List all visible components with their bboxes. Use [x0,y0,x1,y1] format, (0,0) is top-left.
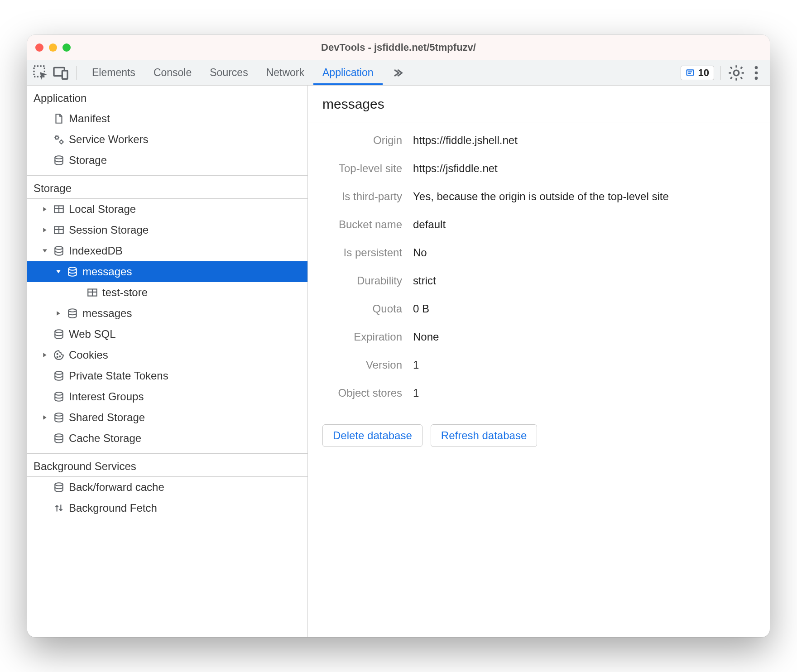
titlebar: DevTools - jsfiddle.net/5tmpfuzv/ [27,35,770,60]
db-icon [66,265,79,278]
db-icon [53,432,65,445]
kebab-menu-icon[interactable] [747,64,765,82]
detail-properties: Originhttps://fiddle.jshell.netTop-level… [308,123,770,415]
sidebar-section-application: Application [27,86,307,108]
table-icon [86,286,99,299]
svg-point-24 [55,434,62,437]
more-tabs-button[interactable] [384,67,410,79]
tree-item-label: Shared Storage [69,411,145,424]
tree-item-label: Manifest [69,112,110,125]
property-value: None [413,331,755,343]
table-icon [53,224,65,236]
tree-item-indexeddb[interactable]: IndexedDB [27,240,307,261]
tree-item-shared-storage[interactable]: Shared Storage [27,407,307,428]
property-key: Expiration [322,331,413,343]
property-key: Top-level site [322,162,413,175]
inspect-element-icon[interactable] [32,64,50,82]
property-key: Quota [322,302,413,315]
tree-item-local-storage[interactable]: Local Storage [27,199,307,220]
tree-item-cache-storage[interactable]: Cache Storage [27,428,307,449]
property-value: https://jsfiddle.net [413,162,755,175]
svg-point-23 [55,413,62,416]
settings-icon[interactable] [727,64,745,82]
device-toolbar-icon[interactable] [52,64,70,82]
property-value: 1 [413,387,755,399]
tree-background: Back/forward cacheBackground Fetch [27,477,307,523]
tree-item-test-store[interactable]: test-store [27,282,307,303]
issues-badge[interactable]: 10 [681,66,714,80]
maximize-window-button[interactable] [62,43,71,52]
property-key: Origin [322,134,413,147]
disclosure-icon [41,206,49,212]
tree-item-back-forward-cache[interactable]: Back/forward cache [27,477,307,498]
tree-item-storage[interactable]: Storage [27,150,307,171]
property-value: strict [413,274,755,287]
minimize-window-button[interactable] [49,43,57,52]
svg-point-10 [55,156,62,159]
property-value: 0 B [413,302,755,315]
tree-item-label: messages [82,265,132,278]
svg-point-4 [734,70,739,76]
svg-point-18 [57,354,58,355]
property-row: Top-level sitehttps://jsfiddle.net [322,162,755,175]
main-panel: messages Originhttps://fiddle.jshell.net… [308,86,770,637]
svg-point-6 [755,71,758,74]
property-row: Is persistentNo [322,246,755,259]
window-controls [35,43,71,52]
svg-point-9 [60,140,63,144]
svg-point-22 [55,392,62,395]
db-icon [53,154,65,167]
tree-item-cookies[interactable]: Cookies [27,345,307,365]
property-value: 1 [413,359,755,371]
svg-point-7 [755,77,758,80]
svg-point-25 [55,483,62,486]
tree-item-label: Back/forward cache [69,481,164,494]
tree-item-messages[interactable]: messages [27,261,307,282]
tab-elements[interactable]: Elements [83,60,144,85]
issues-count: 10 [698,67,709,79]
tab-console[interactable]: Console [144,60,201,85]
tree-item-label: Interest Groups [69,390,144,403]
property-key: Is third-party [322,190,413,203]
svg-point-20 [57,356,58,357]
tab-application[interactable]: Application [313,60,383,85]
devtools-window: DevTools - jsfiddle.net/5tmpfuzv/ Elemen… [27,35,770,637]
tree-item-interest-groups[interactable]: Interest Groups [27,386,307,407]
tree-item-manifest[interactable]: Manifest [27,108,307,129]
svg-rect-3 [687,70,693,75]
cookie-icon [53,349,65,361]
db-icon [53,411,65,424]
disclosure-icon [41,227,49,233]
tree-item-background-fetch[interactable]: Background Fetch [27,498,307,518]
tree-item-messages[interactable]: messages [27,303,307,324]
delete-database-button[interactable]: Delete database [322,424,423,447]
tree-item-label: test-store [102,286,148,299]
sidebar: Application ManifestService WorkersStora… [27,86,308,637]
tab-sources[interactable]: Sources [201,60,257,85]
detail-title: messages [308,86,770,123]
svg-point-21 [55,371,62,374]
gears-icon [53,133,65,146]
property-key: Version [322,359,413,371]
disclosure-icon [41,248,49,254]
content: Application ManifestService WorkersStora… [27,86,770,637]
svg-point-14 [68,267,76,270]
tree-item-service-workers[interactable]: Service Workers [27,129,307,150]
close-window-button[interactable] [35,43,43,52]
file-icon [53,112,65,125]
tree-application: ManifestService WorkersStorage [27,108,307,175]
tree-item-session-storage[interactable]: Session Storage [27,220,307,240]
disclosure-icon [54,311,62,316]
refresh-database-button[interactable]: Refresh database [431,424,537,447]
window-title: DevTools - jsfiddle.net/5tmpfuzv/ [27,42,770,53]
tab-network[interactable]: Network [257,60,313,85]
property-value: default [413,218,755,231]
tree-item-label: messages [82,307,132,320]
tree-item-label: Private State Tokens [69,370,168,382]
property-value: https://fiddle.jshell.net [413,134,755,147]
tree-item-private-state-tokens[interactable]: Private State Tokens [27,365,307,386]
tree-item-label: Storage [69,154,107,167]
tree-item-label: Cookies [69,349,108,361]
detail-actions: Delete database Refresh database [308,415,770,458]
tree-item-web-sql[interactable]: Web SQL [27,324,307,345]
